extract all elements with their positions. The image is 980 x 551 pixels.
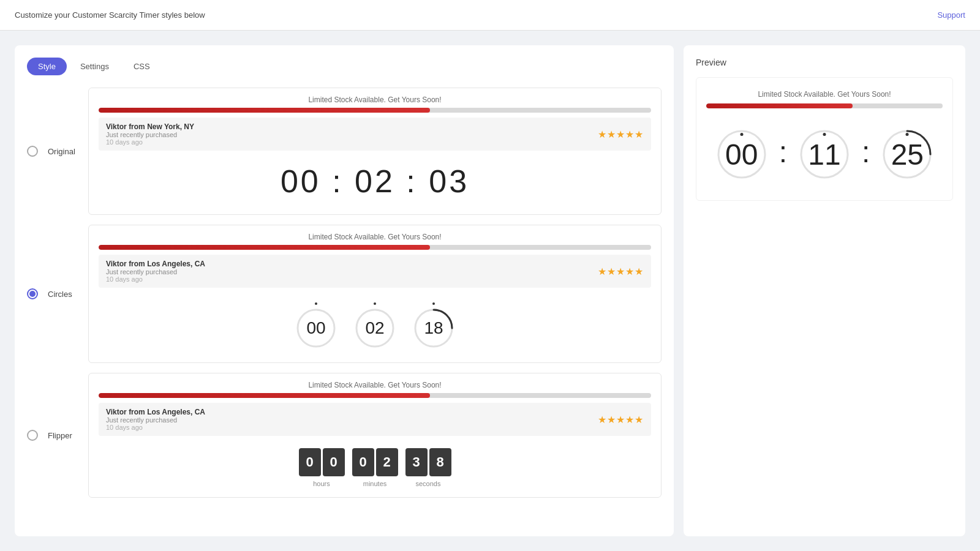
top-bar: Customize your Customer Scarcity Timer s… xyxy=(0,0,980,31)
flip-digits-hours: 0 0 xyxy=(299,448,345,476)
right-panel: Preview Limited Stock Available. Get You… xyxy=(684,45,965,536)
flip-label-seconds: seconds xyxy=(416,480,441,487)
support-link[interactable]: Support xyxy=(937,10,965,20)
circle-wrapper-hours: 00 xyxy=(294,306,338,350)
flip-label-hours: hours xyxy=(313,480,330,487)
purchase-notice-circles: Viktor from Los Angeles, CA Just recentl… xyxy=(99,255,651,288)
purchase-text-circles: Viktor from Los Angeles, CA Just recentl… xyxy=(106,260,205,283)
circle-num-seconds: 18 xyxy=(424,318,443,338)
progress-fill-original xyxy=(99,108,430,113)
stock-banner-circles: Limited Stock Available. Get Yours Soon! xyxy=(99,233,651,241)
buyer-flipper: Viktor from Los Angeles, CA xyxy=(106,408,205,416)
preview-stock-banner: Limited Stock Available. Get Yours Soon! xyxy=(706,90,943,99)
circle-num-minutes: 02 xyxy=(365,318,384,338)
tab-settings[interactable]: Settings xyxy=(69,58,120,75)
svg-point-3 xyxy=(718,131,765,178)
flip-digits-seconds: 3 8 xyxy=(405,448,451,476)
timer-card-original: Limited Stock Available. Get Yours Soon!… xyxy=(88,88,662,215)
flip-group-hours: 0 0 hours xyxy=(299,448,345,487)
flip-label-minutes: minutes xyxy=(363,480,387,487)
time-ago-original: 10 days ago xyxy=(106,138,194,146)
preview-svg-hours xyxy=(714,127,769,182)
circle-dot-minutes xyxy=(374,302,376,305)
circle-dot-hours xyxy=(315,302,317,305)
main-layout: Style Settings CSS Original Limited Stoc… xyxy=(0,31,980,551)
stock-banner-original: Limited Stock Available. Get Yours Soon! xyxy=(99,96,651,104)
flip-group-seconds: 3 8 seconds xyxy=(405,448,451,487)
circle-wrapper-seconds: 18 xyxy=(412,306,456,350)
preview-title: Preview xyxy=(696,58,953,67)
progress-bar-original xyxy=(99,108,651,113)
preview-colon-2: : xyxy=(862,135,870,169)
purchase-notice-flipper: Viktor from Los Angeles, CA Just recentl… xyxy=(99,403,651,436)
left-panel: Style Settings CSS Original Limited Stoc… xyxy=(15,45,674,536)
flip-digit-s1: 3 xyxy=(405,448,428,476)
stock-banner-flipper: Limited Stock Available. Get Yours Soon! xyxy=(99,381,651,389)
circle-wrapper-minutes: 02 xyxy=(353,306,397,350)
option-label-original: Original xyxy=(48,147,78,156)
flip-digits-minutes: 0 2 xyxy=(352,448,398,476)
preview-circle-seconds: 25 xyxy=(880,127,935,182)
preview-circle-wrapper-minutes: 11 xyxy=(797,127,852,182)
progress-fill-circles xyxy=(99,245,430,250)
stars-circles: ★★★★★ xyxy=(598,266,644,277)
flip-group-minutes: 0 2 minutes xyxy=(352,448,398,487)
radio-circles[interactable] xyxy=(27,288,38,299)
buyer-original: Viktor from New York, NY xyxy=(106,122,194,131)
svg-point-4 xyxy=(801,131,848,178)
tab-style[interactable]: Style xyxy=(27,58,67,75)
flip-digit-m2: 2 xyxy=(376,448,398,476)
purchase-text-flipper: Viktor from Los Angeles, CA Just recentl… xyxy=(106,408,205,431)
stars-flipper: ★★★★★ xyxy=(598,414,644,425)
preview-progress-fill xyxy=(706,103,853,108)
option-label-circles: Circles xyxy=(48,290,78,299)
flip-digit-s2: 8 xyxy=(429,448,451,476)
preview-circle-minutes: 11 xyxy=(797,127,852,182)
original-timer-display: 00 : 02 : 03 xyxy=(99,156,651,207)
circle-hours: 00 xyxy=(294,302,338,350)
style-option-flipper: Flipper Limited Stock Available. Get You… xyxy=(27,373,662,498)
time-ago-flipper: 10 days ago xyxy=(106,424,205,431)
flip-digit-m1: 0 xyxy=(352,448,374,476)
circles-timer-display: 00 02 xyxy=(99,293,651,355)
preview-circle-wrapper-seconds: 25 xyxy=(880,127,935,182)
preview-progress-bar xyxy=(706,103,943,108)
purchase-notice-original: Viktor from New York, NY Just recently p… xyxy=(99,118,651,151)
buyer-circles: Viktor from Los Angeles, CA xyxy=(106,260,205,268)
radio-original[interactable] xyxy=(27,146,38,157)
preview-circle-wrapper-hours: 00 xyxy=(714,127,769,182)
timer-card-flipper: Limited Stock Available. Get Yours Soon!… xyxy=(88,373,662,498)
preview-colon-1: : xyxy=(779,135,787,169)
action-circles: Just recently purchased xyxy=(106,268,205,276)
preview-circle-hours: 00 xyxy=(714,127,769,182)
circle-minutes: 02 xyxy=(353,302,397,350)
timer-card-circles: Limited Stock Available. Get Yours Soon!… xyxy=(88,225,662,363)
preview-svg-seconds xyxy=(880,127,935,182)
flip-digit-h1: 0 xyxy=(299,448,321,476)
tabs: Style Settings CSS xyxy=(27,58,662,75)
circle-seconds: 18 xyxy=(412,302,456,350)
style-options-list: Original Limited Stock Available. Get Yo… xyxy=(27,88,662,508)
circle-num-hours: 00 xyxy=(306,318,325,338)
preview-circles: 00 : 11 : xyxy=(706,121,943,188)
flipper-timer-display: 0 0 hours 0 2 minutes xyxy=(99,441,651,490)
progress-fill-flipper xyxy=(99,393,430,398)
radio-flipper[interactable] xyxy=(27,430,38,441)
action-original: Just recently purchased xyxy=(106,131,194,138)
flip-digit-h2: 0 xyxy=(323,448,345,476)
page-title: Customize your Customer Scarcity Timer s… xyxy=(15,10,205,20)
tab-css[interactable]: CSS xyxy=(123,58,161,75)
purchase-text-original: Viktor from New York, NY Just recently p… xyxy=(106,122,194,146)
preview-content: Limited Stock Available. Get Yours Soon!… xyxy=(696,77,953,201)
circle-dot-seconds xyxy=(432,302,435,305)
time-ago-circles: 10 days ago xyxy=(106,276,205,283)
style-option-original: Original Limited Stock Available. Get Yo… xyxy=(27,88,662,215)
style-option-circles: Circles Limited Stock Available. Get You… xyxy=(27,225,662,363)
progress-bar-circles xyxy=(99,245,651,250)
stars-original: ★★★★★ xyxy=(598,129,644,140)
option-label-flipper: Flipper xyxy=(48,431,78,440)
progress-bar-flipper xyxy=(99,393,651,398)
preview-svg-minutes xyxy=(797,127,852,182)
action-flipper: Just recently purchased xyxy=(106,416,205,424)
